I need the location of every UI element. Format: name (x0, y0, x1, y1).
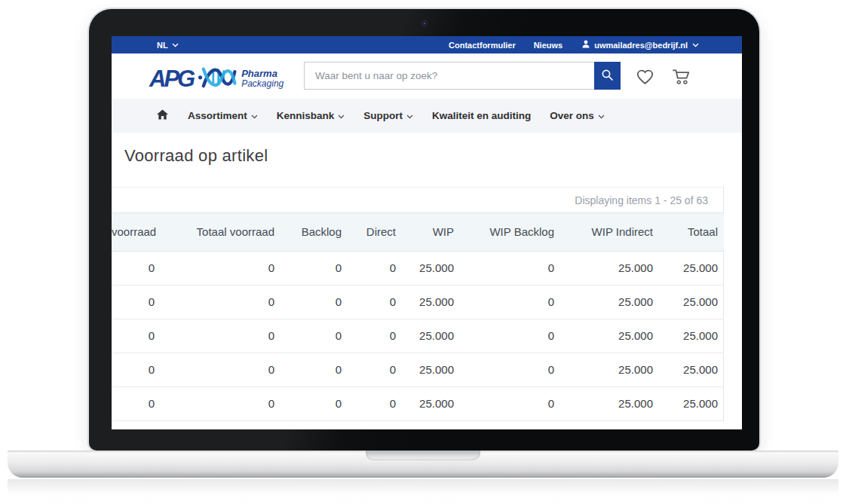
laptop-base (8, 451, 838, 478)
main-nav: Assortiment Kennisbank Support Kwaliteit… (112, 99, 742, 133)
cell: 0 (112, 285, 161, 319)
utility-topbar: NL Contactformulier Nieuws uwmailadres@b… (112, 36, 742, 53)
cell: 25.000 (402, 319, 460, 353)
cell: 0 (112, 319, 161, 353)
nav-item-over-ons[interactable]: Over ons (545, 107, 609, 124)
cell: 0 (460, 319, 560, 353)
search-button[interactable] (594, 62, 621, 90)
stock-table-panel: Displaying items 1 - 25 of 63 voorraad T… (112, 187, 724, 421)
chevron-down-icon (692, 43, 699, 47)
table-row: 0 0 0 0 25.000 0 25.000 25.000 (112, 386, 724, 420)
link-contactformulier[interactable]: Contactformulier (449, 41, 516, 50)
nav-item-label: Support (363, 110, 403, 121)
cart-icon (670, 75, 691, 88)
logo-tagline: Pharma Packaging (241, 69, 284, 88)
cell: 0 (280, 353, 348, 386)
col-header-direct: Direct (348, 213, 402, 251)
cell: 0 (161, 386, 280, 420)
chevron-down-icon (598, 115, 605, 119)
cell: 25.000 (659, 353, 724, 386)
site-header: APG Pharma Packaging (112, 53, 742, 99)
cart-button[interactable] (670, 66, 691, 89)
cell: 0 (460, 251, 560, 285)
cell: 25.000 (402, 386, 460, 420)
col-header-backlog: Backlog (280, 213, 348, 251)
webcam-icon (421, 20, 428, 26)
search-bar (304, 62, 621, 90)
site-logo[interactable]: APG Pharma Packaging (149, 63, 284, 94)
home-icon (156, 108, 169, 124)
chevron-down-icon (251, 115, 258, 119)
cell: 0 (348, 353, 402, 386)
cell: 25.000 (659, 319, 724, 353)
col-header-totaal-voorraad: Totaal voorraad (161, 213, 280, 251)
cell: 0 (280, 319, 348, 353)
cell: 0 (161, 353, 280, 386)
cell: 0 (112, 251, 161, 285)
nav-item-label: Over ons (550, 110, 594, 121)
cell: 0 (112, 386, 161, 420)
nav-item-assortiment[interactable]: Assortiment (183, 107, 262, 124)
table-row: 0 0 0 0 25.000 0 25.000 25.000 (112, 319, 724, 353)
col-header-wip: WIP (402, 213, 460, 251)
cell: 25.000 (560, 353, 659, 386)
col-header-wip-indirect: WIP Indirect (560, 213, 659, 251)
col-header-voorraad: voorraad (112, 213, 161, 251)
nav-item-label: Kennisbank (277, 110, 335, 121)
language-selector[interactable]: NL (157, 41, 179, 50)
cell: 0 (161, 251, 280, 285)
cell: 25.000 (560, 251, 659, 285)
nav-item-support[interactable]: Support (359, 107, 418, 124)
cell: 0 (348, 319, 402, 353)
cell: 25.000 (560, 386, 659, 420)
page-title: Voorraad op artikel (124, 146, 268, 166)
table-row: 0 0 0 0 25.000 0 25.000 25.000 (112, 353, 724, 386)
nav-item-label: Assortiment (188, 110, 247, 121)
cell: 0 (161, 319, 280, 353)
cell: 0 (112, 353, 161, 386)
table-row: 0 0 0 0 25.000 0 25.000 25.000 (112, 251, 724, 285)
page-content: Voorraad op artikel Displaying items 1 -… (112, 133, 742, 429)
cell: 0 (280, 251, 348, 285)
cell: 0 (348, 285, 402, 319)
heart-icon (635, 75, 655, 87)
cell: 25.000 (659, 251, 724, 285)
browser-screen: NL Contactformulier Nieuws uwmailadres@b… (112, 36, 742, 429)
cell: 0 (280, 386, 348, 420)
chevron-down-icon (406, 115, 413, 119)
laptop-reflection (8, 479, 838, 504)
col-header-totaal: Totaal (659, 213, 724, 251)
pagination-status: Displaying items 1 - 25 of 63 (575, 194, 708, 206)
col-header-wip-backlog: WIP Backlog (460, 213, 560, 251)
user-icon (582, 40, 590, 50)
laptop-mockup: NL Contactformulier Nieuws uwmailadres@b… (0, 0, 846, 504)
dna-helix-icon (198, 63, 237, 94)
language-label: NL (157, 41, 168, 50)
nav-item-label: Kwaliteit en auditing (432, 110, 531, 121)
logo-tagline-line1: Pharma (241, 69, 284, 79)
search-input[interactable] (304, 62, 594, 90)
account-email: uwmailadres@bedrijf.nl (594, 41, 688, 50)
account-menu[interactable]: uwmailadres@bedrijf.nl (582, 40, 699, 50)
link-nieuws[interactable]: Nieuws (534, 41, 563, 50)
cell: 25.000 (659, 386, 724, 420)
cell: 0 (280, 285, 348, 319)
logo-tagline-line2: Packaging (241, 79, 284, 89)
search-icon (601, 69, 614, 84)
cell: 25.000 (659, 285, 724, 319)
cell: 0 (161, 285, 280, 319)
wishlist-button[interactable] (635, 66, 655, 88)
nav-item-kwaliteit-en-auditing[interactable]: Kwaliteit en auditing (428, 107, 535, 124)
cell: 25.000 (402, 353, 460, 386)
home-button[interactable] (156, 108, 169, 124)
cell: 0 (348, 251, 402, 285)
cell: 25.000 (402, 251, 460, 285)
cell: 25.000 (402, 285, 460, 319)
chevron-down-icon (338, 115, 345, 119)
cell: 0 (348, 386, 402, 420)
table-header-row: voorraad Totaal voorraad Backlog Direct … (112, 213, 724, 251)
nav-item-kennisbank[interactable]: Kennisbank (272, 107, 350, 124)
stock-table: voorraad Totaal voorraad Backlog Direct … (112, 213, 724, 421)
table-row: 0 0 0 0 25.000 0 25.000 25.000 (112, 285, 724, 319)
cell: 25.000 (560, 285, 659, 319)
